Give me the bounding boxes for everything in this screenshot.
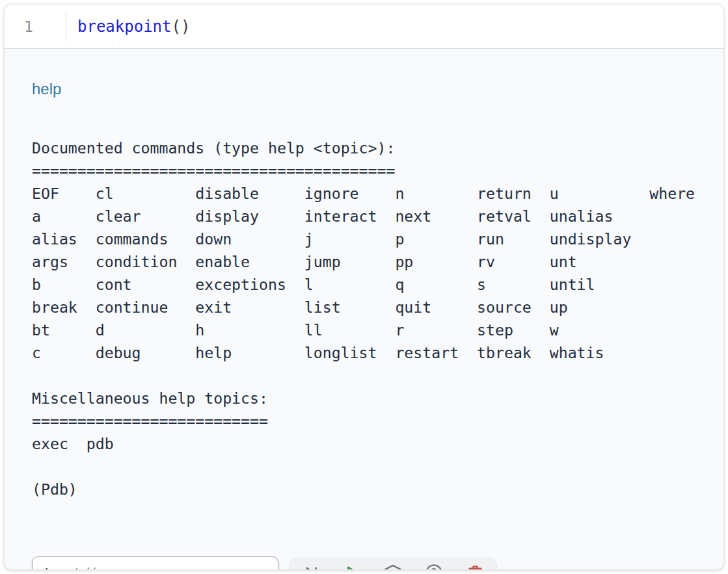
layers-icon [384, 564, 402, 570]
skip-forward-icon [303, 564, 320, 571]
step-forward-button[interactable] [301, 563, 321, 570]
question-circle-icon [425, 564, 443, 570]
page: 1 breakpoint() help Documented commands … [0, 0, 728, 574]
command-echo: help [32, 79, 723, 99]
run-button[interactable] [342, 563, 362, 570]
console-controls [32, 556, 497, 570]
stdin-input[interactable] [63, 564, 269, 571]
code-token-punctuation: () [172, 18, 191, 36]
clear-button[interactable] [465, 563, 485, 570]
code-line[interactable]: breakpoint() [66, 18, 190, 36]
stack-button[interactable] [383, 563, 403, 570]
line-number: 1 [5, 18, 66, 35]
python-repl-widget: 1 breakpoint() help Documented commands … [4, 4, 724, 570]
help-button[interactable] [424, 563, 444, 570]
button-group [289, 558, 497, 571]
code-editor[interactable]: 1 breakpoint() [5, 5, 723, 49]
code-token-builtin: breakpoint [77, 18, 172, 36]
chevron-right-icon [42, 566, 55, 570]
console-output: help Documented commands (type help <top… [5, 49, 723, 569]
play-icon [344, 564, 361, 571]
trash-icon [466, 564, 484, 571]
stdin-box[interactable] [32, 556, 278, 570]
console-text: Documented commands (type help <topic>):… [32, 137, 723, 501]
